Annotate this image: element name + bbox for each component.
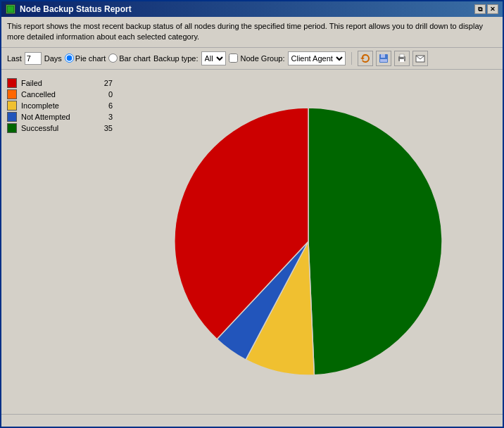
- last-label: Last: [7, 54, 22, 63]
- save-button[interactable]: [376, 51, 391, 66]
- status-bar: [1, 414, 503, 427]
- days-label: Days: [44, 54, 62, 63]
- legend-color-cancelled: [7, 89, 17, 99]
- legend-item-incomplete[interactable]: Incomplete 6: [7, 101, 113, 111]
- print-button[interactable]: [394, 51, 410, 66]
- restore-button[interactable]: ⧉: [474, 4, 486, 14]
- node-group-checkbox[interactable]: [229, 54, 238, 63]
- content-area: Failed 27 Cancelled 0 Incomplete 6 Not A…: [1, 70, 503, 414]
- chart-type-group: Pie chart Bar chart: [65, 54, 151, 63]
- legend-label-incomplete: Incomplete: [21, 101, 94, 110]
- backup-type-select[interactable]: All: [201, 51, 226, 65]
- toolbar: Last Days Pie chart Bar chart Backup typ…: [1, 48, 503, 70]
- legend-item-successful[interactable]: Successful 35: [7, 123, 113, 133]
- legend-label-successful: Successful: [21, 124, 94, 132]
- bar-chart-label: Bar chart: [119, 54, 151, 63]
- backup-type-label: Backup type:: [153, 54, 199, 63]
- svg-rect-7: [400, 59, 404, 62]
- chart-area[interactable]: [120, 75, 497, 408]
- bar-chart-radio-label[interactable]: Bar chart: [108, 54, 151, 63]
- legend-count-not-attempted: 3: [99, 113, 113, 121]
- chart-legend: Failed 27 Cancelled 0 Incomplete 6 Not A…: [7, 75, 113, 408]
- pie-chart-radio[interactable]: [65, 54, 74, 63]
- window-title: Node Backup Status Report: [20, 4, 470, 14]
- legend-color-not-attempted: [7, 112, 17, 122]
- pie-chart[interactable]: [160, 94, 456, 389]
- legend-count-cancelled: 0: [99, 90, 113, 99]
- legend-color-failed: [7, 78, 17, 88]
- legend-label-not-attempted: Not Attempted: [21, 113, 94, 121]
- svg-rect-6: [400, 54, 404, 57]
- legend-color-successful: [7, 123, 17, 133]
- svg-point-8: [403, 57, 405, 58]
- title-bar: Node Backup Status Report ⧉ ✕: [1, 1, 503, 17]
- refresh-button[interactable]: [358, 51, 373, 66]
- window-icon: [6, 4, 15, 14]
- pie-chart-label: Pie chart: [75, 54, 106, 63]
- legend-color-incomplete: [7, 101, 17, 111]
- main-window: Node Backup Status Report ⧉ ✕ This repor…: [0, 0, 504, 428]
- bar-chart-radio[interactable]: [108, 54, 118, 63]
- svg-rect-3: [381, 54, 385, 58]
- svg-rect-4: [380, 59, 387, 62]
- legend-item-cancelled[interactable]: Cancelled 0: [7, 89, 113, 99]
- email-button[interactable]: [412, 51, 428, 66]
- legend-label-failed: Failed: [21, 79, 94, 87]
- days-input[interactable]: [25, 52, 42, 65]
- pie-segment-successful[interactable]: [308, 108, 442, 375]
- legend-label-cancelled: Cancelled: [21, 90, 94, 99]
- window-controls: ⧉ ✕: [474, 4, 498, 14]
- legend-item-not-attempted[interactable]: Not Attempted 3: [7, 112, 113, 122]
- legend-item-failed[interactable]: Failed 27: [7, 78, 113, 88]
- toolbar-separator: [351, 52, 352, 65]
- node-group-select[interactable]: Client Agent: [288, 51, 346, 65]
- legend-count-incomplete: 6: [99, 101, 113, 110]
- pie-chart-radio-label[interactable]: Pie chart: [65, 54, 106, 63]
- node-group-label: Node Group:: [241, 54, 285, 63]
- legend-count-successful: 35: [99, 124, 113, 132]
- close-button[interactable]: ✕: [487, 4, 498, 14]
- report-description: This report shows the most recent backup…: [1, 17, 503, 48]
- svg-rect-1: [8, 6, 13, 12]
- legend-count-failed: 27: [99, 79, 113, 87]
